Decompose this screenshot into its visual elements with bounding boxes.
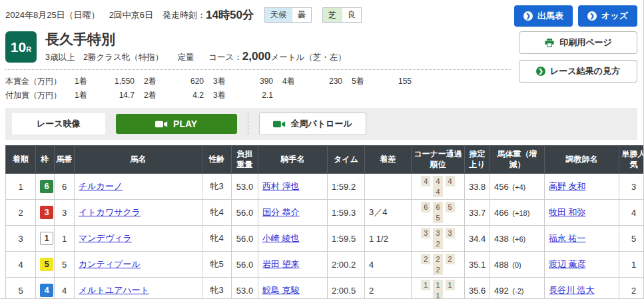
corner-position: 1	[433, 280, 442, 290]
weather-tag: 天候 曇	[264, 7, 312, 23]
result-guide-label: レース結果の見方	[550, 65, 620, 77]
corner-position: 2	[433, 254, 442, 264]
corner-order: 4444	[412, 174, 465, 200]
prize-place-label: 3着	[213, 75, 238, 89]
body-weight-diff: (-2)	[512, 287, 523, 295]
jockey-link[interactable]: 鮫島 克駿	[262, 285, 300, 295]
body-weight: 488 (0)	[490, 252, 545, 278]
column-header: 調教師名	[545, 146, 619, 174]
horse-name-link[interactable]: カンティプール	[79, 259, 141, 269]
finish-time: 1:59.2	[328, 174, 365, 200]
jockey-cell: 西村 淳也	[258, 174, 328, 200]
horse-name-cell: カンティプール	[75, 252, 202, 278]
chevron-circle-icon: ❯	[536, 67, 545, 76]
race-date-line: 2024年8月25日（日曜） 2回中京6日 発走時刻： 14時50分 天候 曇 …	[5, 5, 362, 23]
body-weight-diff: (0)	[512, 261, 521, 269]
horse-name-link[interactable]: マンデヴィラ	[79, 233, 132, 243]
race-title: 長久手特別	[45, 31, 346, 47]
patrol-video-button[interactable]: 全周パトロール	[259, 113, 366, 135]
result-row: 544メルトユアハート牝353.0鮫島 克駿2:00.52111135.6492…	[6, 278, 644, 299]
entries-button-label: 出馬表	[537, 10, 563, 22]
column-header: コーナー通過順位	[412, 146, 465, 174]
race-number: 10	[11, 39, 26, 55]
column-header: 単勝人気	[619, 146, 644, 174]
horse-name-link[interactable]: チルカーノ	[79, 181, 123, 191]
print-page-button[interactable]: 印刷用ページ	[519, 31, 637, 54]
frame-badge: 3	[40, 206, 53, 219]
result-row: 233イトカワサクラ牝456.0国分 恭介1:59.33／4665533.746…	[6, 200, 644, 226]
video-camera-icon	[155, 120, 168, 129]
result-guide-button[interactable]: ❯ レース結果の見方	[519, 60, 637, 83]
sex-age: 牝3	[202, 278, 232, 299]
last-3f-time: 35.1	[465, 252, 490, 278]
trainer-link[interactable]: 長谷川 浩大	[549, 285, 595, 295]
jockey-cell: 小崎 綾也	[258, 226, 328, 252]
last-3f-time: 33.7	[465, 200, 490, 226]
frame-cell: 3	[36, 200, 55, 226]
prize-place-label: 3着	[213, 89, 238, 103]
turf-label: 芝	[323, 8, 342, 22]
corner-position: 1	[446, 280, 455, 290]
corner-position: 3	[433, 228, 442, 238]
race-date: 2024年8月25日（日曜）	[5, 9, 100, 21]
jockey-cell: 岩田 望来	[258, 252, 328, 278]
course-label: コース：	[208, 53, 242, 62]
body-weight-diff: (+6)	[512, 235, 525, 243]
horse-name-link[interactable]: イトカワサクラ	[79, 207, 141, 217]
corner-position: 2	[421, 254, 430, 264]
corner-position: 6	[433, 202, 442, 212]
meeting-label: 2回中京6日	[109, 9, 153, 21]
last-3f-time: 33.8	[465, 174, 490, 200]
carried-weight: 53.0	[232, 278, 258, 299]
jockey-link[interactable]: 西村 淳也	[262, 181, 300, 191]
jockey-link[interactable]: 岩田 望来	[262, 259, 300, 269]
trainer-link[interactable]: 渡辺 薫彦	[549, 259, 586, 269]
course-unit: メートル（芝・左）	[270, 53, 346, 62]
horse-name-cell: チルカーノ	[75, 174, 202, 200]
frame-cell: 5	[36, 252, 55, 278]
frame-badge: 4	[40, 284, 53, 297]
prize-place-label: 1着	[75, 75, 100, 89]
corner-position: 3	[446, 228, 455, 238]
sex-age: 牝4	[202, 200, 232, 226]
corner-order: 2222	[412, 252, 465, 278]
prize-amount: 1,550	[100, 75, 135, 89]
body-weight: 456 (+4)	[490, 174, 545, 200]
trainer-link[interactable]: 福永 祐一	[549, 233, 586, 243]
jockey-link[interactable]: 国分 恭介	[262, 207, 300, 217]
frame-badge: 6	[40, 180, 53, 193]
video-bar: レース映像 PLAY 全周パトロール	[5, 108, 637, 140]
frame-cell: 1	[36, 226, 55, 252]
carried-weight: 53.0	[232, 174, 258, 200]
body-weight-diff: (+4)	[512, 183, 525, 191]
start-time-label: 発走時刻：	[162, 9, 206, 21]
frame-badge: 5	[40, 258, 53, 271]
body-weight: 438 (+6)	[490, 226, 545, 252]
odds-button[interactable]: ❯ オッズ	[578, 5, 637, 27]
corner-position: 4	[421, 176, 430, 186]
prize-place-label: 5着	[352, 75, 377, 89]
body-weight-diff: (+18)	[512, 209, 529, 217]
corner-position: 4	[433, 176, 442, 186]
jockey-link[interactable]: 小崎 綾也	[262, 233, 300, 243]
column-header: 負担重量	[232, 146, 258, 174]
margin: 1 1/2	[365, 226, 412, 252]
play-button[interactable]: PLAY	[116, 114, 237, 134]
corner-position: 3	[421, 228, 430, 238]
start-time-value: 14時50分	[206, 7, 254, 23]
prize-amount: 2.1	[238, 89, 273, 103]
prize-block: 本賞金（万円）1着1,5502着6203着3904着2305着155 付加賞（万…	[5, 69, 511, 103]
entries-button[interactable]: ❯ 出馬表	[514, 5, 573, 27]
prize-place-label: 4着	[282, 75, 308, 89]
finish-time: 2:00.2	[328, 252, 365, 278]
corner-position: 6	[421, 202, 430, 212]
course-distance: 2,000	[242, 50, 271, 63]
result-row: 311マンデヴィラ牝456.0小崎 綾也1:59.51 1/2333234.44…	[6, 226, 644, 252]
horse-name-link[interactable]: メルトユアハート	[79, 285, 149, 295]
carried-weight: 56.0	[232, 200, 258, 226]
prize-place-label: 2着	[144, 75, 169, 89]
trainer-link[interactable]: 高野 友和	[549, 181, 586, 191]
trainer-link[interactable]: 牧田 和弥	[549, 207, 586, 217]
printer-icon	[544, 38, 555, 47]
frame-cell: 6	[36, 174, 55, 200]
